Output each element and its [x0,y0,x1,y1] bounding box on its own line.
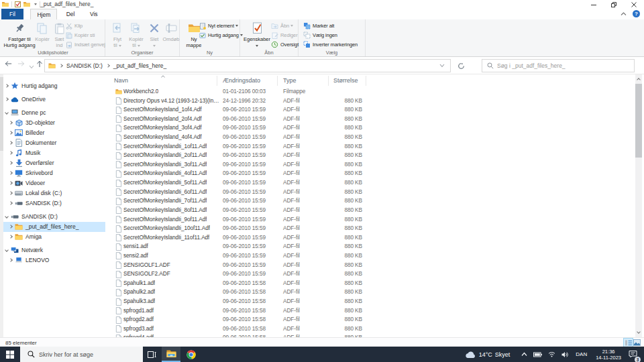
sidebar-item-billeder[interactable]: Billeder [3,128,105,138]
file-row[interactable]: sensi1.adf09-06-2010 15:59ADF-fil880 KB [111,242,635,251]
copy-to-button[interactable]: Kopiér til [127,20,146,48]
tab-file[interactable]: Fil [1,9,23,19]
sidebar-item-sandisk-d[interactable]: SANDISK (D:) [3,198,105,208]
sidebar-item-sandisk-d[interactable]: SANDISK (D:) [3,212,105,222]
sidebar-item-denne-pc[interactable]: Denne pc [3,108,105,118]
file-row[interactable]: Spahulk1.adf09-06-2010 15:58ADF-fil880 K… [111,279,635,288]
chevron-right-icon[interactable] [7,182,14,184]
file-row[interactable]: SecretOfMonkeyIsland_3of4.Adf09-06-2010 … [111,123,635,133]
file-row[interactable]: SecretOfMonkeyIslandIi_1of11.Adf09-06-20… [111,142,635,152]
sidebar-item-3d-objekter[interactable]: 3D-objekter [3,118,105,128]
file-row[interactable]: Directory Opus v4.12 (1993-12-13)(Inovat… [111,97,635,106]
column-header-name[interactable]: Navn [114,77,128,84]
search-box[interactable] [482,59,635,72]
sidebar-item-netv-rk[interactable]: Netværk [3,245,105,255]
file-row[interactable]: spfrogd1.adf09-06-2010 15:58ADF-fil880 K… [111,306,635,316]
file-row[interactable]: SENSIGOLF1.ADF09-06-2010 15:59ADF-fil880… [111,261,635,270]
chevron-down-icon[interactable] [3,249,10,251]
taskbar-search-input[interactable] [39,351,143,358]
column-header-type[interactable]: Type [283,77,297,84]
file-row[interactable]: SecretOfMonkeyIslandIi_5of11.Adf09-06-20… [111,178,635,188]
invert-selection-button[interactable]: Inverter markeringen [303,40,358,49]
paste-shortcut-button[interactable]: Indsæt genvej [65,40,105,49]
chevron-right-icon[interactable] [7,192,14,194]
up-button[interactable] [36,60,43,69]
sidebar-item-onedrive[interactable]: OneDrive [3,95,105,105]
address-box[interactable]: SANDISK (D:) _put_adf_files_here_ [44,59,451,72]
breadcrumb-drive[interactable]: SANDISK (D:) [66,62,103,69]
volume-icon[interactable] [561,351,569,358]
edit-button[interactable]: Rediger [271,31,298,40]
file-explorer-taskbar-button[interactable] [162,347,180,362]
new-folder-qat-icon[interactable] [23,1,30,7]
properties-qat-icon[interactable] [15,1,21,7]
new-item-button[interactable]: Nyt element [199,21,238,30]
file-row[interactable]: SecretOfMonkeyIsland_4of4.Adf09-06-2010 … [111,133,635,142]
sidebar-item-hurtig-adgang[interactable]: Hurtig adgang [3,81,105,91]
chevron-right-icon[interactable] [7,141,14,144]
cut-button[interactable]: Klip [65,21,83,30]
file-row[interactable]: SecretOfMonkeyIsland_2of4.Adf09-06-2010 … [111,115,635,124]
file-row[interactable]: Spahulk2.adf09-06-2010 15:58ADF-fil880 K… [111,288,635,297]
breadcrumb-folder[interactable]: _put_adf_files_here_ [113,62,166,69]
search-input[interactable] [497,62,634,69]
move-to-button[interactable]: Flyt til [108,20,127,48]
address-dropdown-icon[interactable] [439,62,445,69]
chevron-right-icon[interactable] [3,98,10,101]
collapse-ribbon-icon[interactable] [621,12,627,16]
sidebar-item-skrivebord[interactable]: Skrivebord [3,168,105,178]
minimize-button[interactable] [584,0,604,9]
select-none-button[interactable]: Vælg ingen [303,31,337,40]
chrome-taskbar-button[interactable] [182,347,201,362]
clock[interactable]: 21:3614-11-2023 [596,349,621,361]
chevron-right-icon[interactable] [7,172,14,174]
sidebar-item-overf-rsler[interactable]: Overførsler [3,158,105,168]
file-row[interactable]: SecretOfMonkeyIslandIi_9of11.Adf09-06-20… [111,215,635,225]
tab-home[interactable]: Hjem [30,9,57,19]
chevron-right-icon[interactable] [7,152,14,154]
chevron-right-icon[interactable] [3,84,10,87]
column-header-date[interactable]: Ændringsdato [223,77,260,84]
chevron-right-icon[interactable] [7,121,14,124]
thumbnails-view-button[interactable] [632,338,642,347]
file-row[interactable]: SecretOfMonkeyIslandIi_10of11.Adf09-06-2… [111,224,635,233]
file-row[interactable]: spfrogd3.adf09-06-2010 15:58ADF-fil880 K… [111,324,635,334]
tab-view[interactable]: Vis [84,9,104,19]
battery-icon[interactable] [533,352,542,357]
select-all-button[interactable]: Markér alt [303,21,334,30]
scroll-down-icon[interactable] [636,330,641,335]
chevron-right-icon[interactable] [7,235,14,238]
taskbar-search[interactable] [20,347,143,362]
close-button[interactable] [624,0,644,9]
weather-widget[interactable]: 14°C Skyet [465,351,511,359]
chevron-right-icon[interactable] [7,162,14,164]
column-header-size[interactable]: Størrelse [333,77,358,84]
tab-share[interactable]: Del [60,9,81,19]
network-icon[interactable] [548,351,555,357]
column-divider[interactable] [277,76,278,86]
chevron-right-icon[interactable] [7,225,14,228]
column-divider[interactable] [366,76,366,86]
language-indicator[interactable]: DAN [576,351,587,357]
column-divider[interactable] [217,76,217,86]
file-row[interactable]: sensi2.adf09-06-2010 15:59ADF-fil880 KB [111,251,635,261]
delete-button[interactable]: Slet [146,20,163,48]
refresh-icon[interactable] [455,60,467,71]
chevron-down-icon[interactable] [3,215,10,218]
hidden-icons-chevron[interactable] [521,352,527,357]
file-row[interactable]: SecretOfMonkeyIslandIi_7of11.Adf09-06-20… [111,196,635,206]
chevron-down-icon[interactable] [3,111,10,114]
sidebar-item-lokal-disk-c[interactable]: Lokal disk (C:) [3,188,105,198]
copy-path-button[interactable]: Kopiér sti [65,31,95,40]
pin-to-quick-access-button[interactable]: Fastgør til Hurtig adgang [4,20,35,48]
list-scrollbar-thumb[interactable] [635,84,642,158]
notification-center-icon[interactable]: 3 [629,349,637,361]
scroll-up-icon[interactable] [636,76,641,81]
sidebar-item-videoer[interactable]: Videoer [3,178,105,188]
properties-button[interactable]: Egenskaber [244,20,270,48]
task-view-button[interactable] [143,347,160,362]
chevron-right-icon[interactable] [7,259,14,261]
file-row[interactable]: Spahulk3.adf09-06-2010 15:58ADF-fil880 K… [111,297,635,306]
restore-button[interactable] [604,0,624,9]
help-icon[interactable]: ? [633,10,640,17]
